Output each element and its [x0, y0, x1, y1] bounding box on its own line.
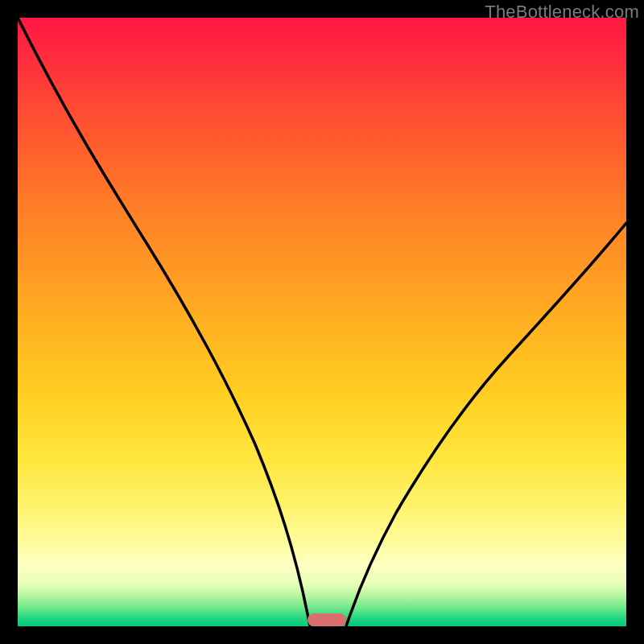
- watermark-text: TheBottleneck.com: [485, 2, 639, 23]
- curve-right: [346, 223, 626, 626]
- chart-plot-area: [18, 18, 626, 626]
- curve-left: [18, 18, 310, 626]
- minimum-marker: [308, 613, 346, 626]
- chart-frame: TheBottleneck.com: [0, 0, 644, 644]
- chart-svg: [18, 18, 626, 626]
